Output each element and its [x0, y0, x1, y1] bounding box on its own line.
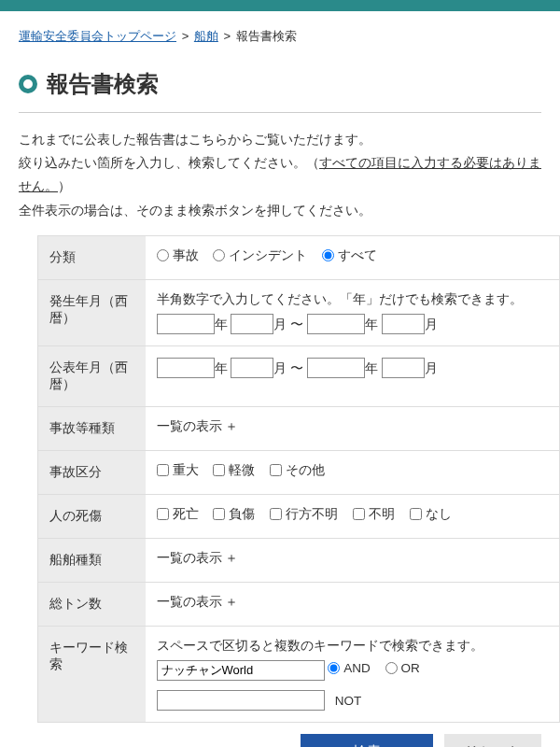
search-button[interactable]: 検索	[301, 734, 433, 747]
check-nashi[interactable]: なし	[410, 506, 452, 523]
page-title: 報告書検索	[19, 69, 541, 99]
check-yukue[interactable]: 行方不明	[270, 506, 338, 523]
keyword-hint: スペースで区切ると複数のキーワードで検索できます。	[157, 638, 549, 655]
radio-jiko[interactable]: 事故	[157, 247, 199, 264]
label-kohyo: 公表年月（西暦）	[38, 345, 146, 406]
plus-icon: ＋	[225, 551, 238, 565]
radio-all[interactable]: すべて	[322, 247, 377, 264]
label-keyword: キーワード検索	[38, 626, 146, 722]
divider	[19, 112, 541, 113]
hassei-month-from[interactable]	[231, 314, 273, 334]
hassei-month-to[interactable]	[382, 314, 425, 334]
kohyo-month-from[interactable]	[231, 358, 273, 378]
label-jikoshurui: 事故等種類	[38, 406, 146, 450]
breadcrumb-current: 報告書検索	[236, 29, 297, 43]
check-fusho[interactable]: 負傷	[213, 506, 255, 523]
check-keibi[interactable]: 軽微	[213, 462, 255, 479]
check-shibo[interactable]: 死亡	[157, 506, 199, 523]
label-senpaku: 船舶種類	[38, 538, 146, 582]
check-sonota[interactable]: その他	[270, 462, 325, 479]
radio-or[interactable]: OR	[385, 661, 420, 675]
keyword-input[interactable]	[157, 660, 325, 681]
kohyo-year-to[interactable]	[307, 358, 365, 378]
kohyo-year-from[interactable]	[157, 358, 215, 378]
radio-and[interactable]: AND	[328, 661, 371, 675]
search-form: 分類 事故 インシデント すべて 発生年月（西暦） 半角数字で入力してください。…	[37, 235, 560, 723]
plus-icon: ＋	[225, 595, 238, 609]
label-bunrui: 分類	[38, 235, 146, 279]
circle-icon	[19, 75, 37, 93]
hassei-hint: 半角数字で入力してください。「年」だけでも検索できます。	[157, 291, 549, 308]
breadcrumb-category[interactable]: 船舶	[194, 29, 218, 43]
reset-button[interactable]: リセット	[444, 734, 541, 747]
label-hassei: 発生年月（西暦）	[38, 279, 146, 345]
kohyo-month-to[interactable]	[382, 358, 425, 378]
hassei-year-from[interactable]	[157, 314, 215, 334]
breadcrumb-home[interactable]: 運輸安全委員会トップページ	[19, 29, 176, 43]
expand-jikoshurui[interactable]: 一覧の表示 ＋	[157, 419, 239, 433]
not-label: NOT	[335, 693, 362, 707]
check-judai[interactable]: 重大	[157, 462, 199, 479]
not-input[interactable]	[157, 690, 325, 711]
intro-text: これまでに公表した報告書はこちらからご覧いただけます。 絞り込みたい箇所を入力し…	[19, 128, 541, 222]
expand-ton[interactable]: 一覧の表示 ＋	[157, 595, 239, 609]
hassei-year-to[interactable]	[307, 314, 365, 334]
label-shisho: 人の死傷	[38, 494, 146, 538]
topbar	[0, 0, 560, 11]
label-jikokubun: 事故区分	[38, 450, 146, 494]
plus-icon: ＋	[225, 419, 238, 433]
breadcrumb: 運輸安全委員会トップページ > 船舶 > 報告書検索	[19, 11, 541, 69]
check-fumei[interactable]: 不明	[353, 506, 395, 523]
radio-incident[interactable]: インシデント	[213, 247, 307, 264]
label-ton: 総トン数	[38, 582, 146, 626]
expand-senpaku[interactable]: 一覧の表示 ＋	[157, 551, 239, 565]
